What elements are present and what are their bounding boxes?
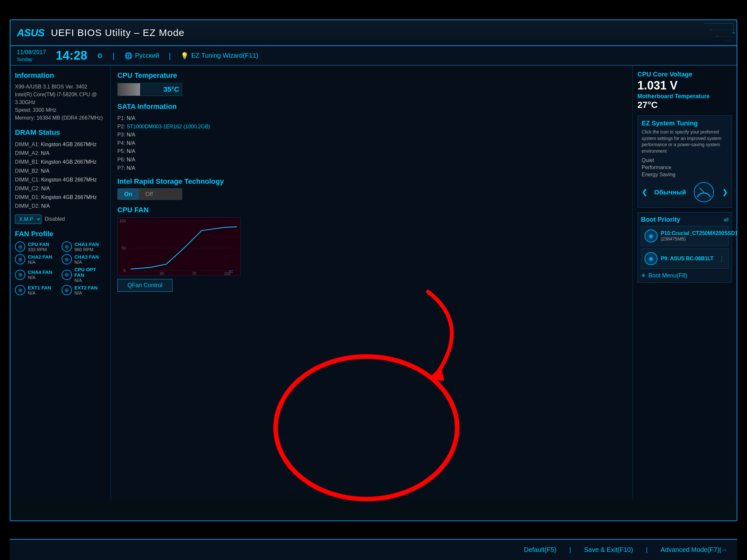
cpu-temp-value: 35°C: [163, 85, 179, 94]
tuning-prev-button[interactable]: ❮: [642, 188, 647, 196]
default-button[interactable]: Default(F5): [524, 546, 556, 554]
fan-item: ⊕ EXT2 FAN N/A: [61, 285, 106, 296]
right-panel: CPU Core Voltage 1.031 V Motherboard Tem…: [633, 65, 737, 499]
boot-menu-button[interactable]: ✳ Boot Menu(F8): [641, 272, 728, 279]
toolbar-separator: |: [112, 51, 114, 60]
cpu-temp-title: CPU Temperature: [118, 71, 626, 80]
dram-status: DRAM Status DIMM_A1: Kingston 4GB 2667MH…: [15, 128, 106, 224]
sata-info: SATA Information P1: N/AP2: ST1000DM003-…: [118, 102, 626, 172]
tuning-next-button[interactable]: ❯: [722, 188, 728, 196]
fan-item: ⊕ CHA4 FAN N/A: [15, 267, 60, 283]
tuning-option[interactable]: Energy Saving: [642, 172, 728, 178]
tuning-option[interactable]: Performance: [642, 165, 728, 170]
dram-slot: DIMM_A1: Kingston 4GB 2667MHz: [15, 140, 106, 149]
svg-text:50: 50: [122, 246, 126, 250]
memory-info: Memory: 16384 MB (DDR4 2667MHz): [15, 114, 106, 122]
fan-icon: ⊕: [15, 241, 25, 252]
boot-item-menu[interactable]: ⋮: [719, 255, 725, 263]
save-exit-button[interactable]: Save & Exit(F10): [584, 546, 633, 554]
boot-item[interactable]: ◉ P10:Crucial_CT250MX200SSD1 (238475MB) …: [641, 226, 728, 246]
fan-item: ⊕ CHA2 FAN N/A: [15, 254, 60, 265]
boot-priority-panel: Boot Priority all ◉ P10:Crucial_CT250MX2…: [637, 212, 732, 283]
fan-icon: ⊕: [61, 270, 72, 280]
advanced-mode-button[interactable]: Advanced Mode(F7)|→: [661, 546, 727, 554]
sata-title: SATA Information: [118, 102, 626, 111]
bottom-bar: Default(F5) | Save & Exit(F10) | Advance…: [10, 539, 737, 560]
fan-icon: ⊕: [61, 285, 72, 295]
fan-icon: ⊕: [15, 270, 25, 280]
fan-item: ⊕ CHA1 FAN 960 RPM: [61, 241, 106, 252]
wizard-icon: 💡: [181, 52, 189, 60]
boot-priority-title: Boot Priority: [641, 216, 680, 223]
toolbar-time: 14:28: [56, 49, 87, 62]
fan-icon: ⊕: [15, 254, 25, 264]
bottom-sep2: |: [646, 546, 647, 554]
xmp-select[interactable]: X.M.P: [15, 215, 42, 224]
svg-point-6: [717, 36, 718, 37]
cpu-fan-title: CPU FAN: [118, 206, 626, 214]
fan-section: FAN Profile ⊕ CPU FAN 333 RPM ⊕ CHA1 FAN…: [15, 230, 106, 296]
fan-icon: ⊕: [61, 241, 72, 252]
fan-chart: 100 50 0 30 70 100 °C: [118, 217, 240, 276]
toolbar-wizard[interactable]: 💡 EZ Tuning Wizard(F11): [181, 52, 258, 60]
dram-slot: DIMM_B2: N/A: [15, 166, 106, 175]
globe-icon: 🌐: [125, 52, 133, 60]
svg-point-5: [710, 29, 711, 30]
ez-tuning-panel: EZ System Tuning Click the icon to speci…: [637, 115, 732, 208]
irst-on-btn[interactable]: On: [118, 189, 139, 199]
dram-slot: DIMM_A2: N/A: [15, 149, 106, 158]
fan-item: ⊕ CPU OPT FAN N/A: [61, 267, 106, 283]
mb-temp-label: Motherboard Temperature: [637, 93, 732, 100]
ez-tuning-title: EZ System Tuning: [642, 119, 728, 127]
dram-slot: DIMM_B1: Kingston 4GB 2667MHz: [15, 158, 106, 166]
asus-logo: ASUS: [17, 27, 45, 39]
xmp-value: Disabled: [45, 216, 65, 222]
dram-slot: DIMM_D2: N/A: [15, 202, 106, 210]
fan-item: ⊕ CPU FAN 333 RPM: [15, 241, 60, 252]
toolbar-sep2: |: [169, 51, 171, 60]
toolbar-date: 11/08/2017 Sunday: [17, 49, 46, 62]
fan-icon: ⊕: [15, 285, 25, 295]
cpu-info: Intel(R) Core(TM) i7-5820K CPU @ 3.30GHz: [15, 91, 106, 106]
cpu-temp-section: CPU Temperature 35°C: [118, 71, 626, 96]
disk-icon: ◉: [645, 252, 658, 265]
irst-toggle[interactable]: On Off: [118, 188, 182, 200]
xmp-row: X.M.P Disabled: [15, 215, 106, 224]
sata-port: P1: N/A: [118, 114, 626, 123]
voltage-label: CPU Core Voltage: [637, 71, 732, 78]
speed-info: Speed: 3300 MHz: [15, 106, 106, 114]
dram-slot: DIMM_D1: Kingston 4GB 2667MHz: [15, 193, 106, 202]
sata-ports: P1: N/AP2: ST1000DM003-1ER162 (1000.2GB)…: [118, 114, 626, 172]
tuning-option[interactable]: Quiet: [642, 158, 728, 163]
middle-panel: CPU Temperature 35°C SATA Information P1…: [111, 65, 633, 499]
boot-all-button[interactable]: all: [724, 217, 728, 222]
sata-port: P7: N/A: [118, 164, 626, 172]
toolbar-language[interactable]: 🌐 Русский: [125, 52, 159, 60]
svg-point-2: [732, 32, 735, 34]
gauge-icon: [693, 181, 715, 204]
main-content: Information X99-A/USB 3.1 BIOS Ver. 3402…: [10, 65, 737, 499]
gear-icon[interactable]: ⚙: [97, 52, 103, 60]
snowflake-icon: ✳: [641, 272, 646, 279]
header: ASUS UEFI BIOS Utility – EZ Mode: [10, 20, 737, 46]
sata-port: P3: N/A: [118, 131, 626, 139]
irst-off-btn[interactable]: Off: [139, 189, 182, 199]
tuning-nav: ❮ Обычный ❯: [642, 181, 728, 204]
svg-text:100: 100: [119, 219, 126, 223]
fan-item: ⊕ EXT1 FAN N/A: [15, 285, 60, 296]
svg-text:°C: °C: [229, 270, 233, 273]
cpu-temp-bar: 35°C: [118, 83, 182, 96]
boot-item[interactable]: ◉ P9: ASUS BC-08B1LT ⋮: [641, 248, 728, 269]
system-info-title: Information: [15, 71, 106, 80]
left-panel: Information X99-A/USB 3.1 BIOS Ver. 3402…: [10, 65, 111, 499]
tuning-options: QuietPerformanceEnergy Saving: [642, 158, 728, 178]
sata-port: P5: N/A: [118, 147, 626, 156]
svg-text:0: 0: [124, 268, 126, 273]
mb-temp-value: 27°C: [637, 100, 732, 110]
header-title: UEFI BIOS Utility – EZ Mode: [51, 27, 184, 38]
qfan-control-button[interactable]: QFan Control: [118, 279, 173, 292]
svg-text:30: 30: [159, 271, 164, 275]
fan-grid: ⊕ CPU FAN 333 RPM ⊕ CHA1 FAN 960 RPM ⊕ C…: [15, 241, 106, 296]
fan-item: ⊕ CHA3 FAN N/A: [61, 254, 106, 265]
circuit-decoration: [639, 20, 737, 46]
